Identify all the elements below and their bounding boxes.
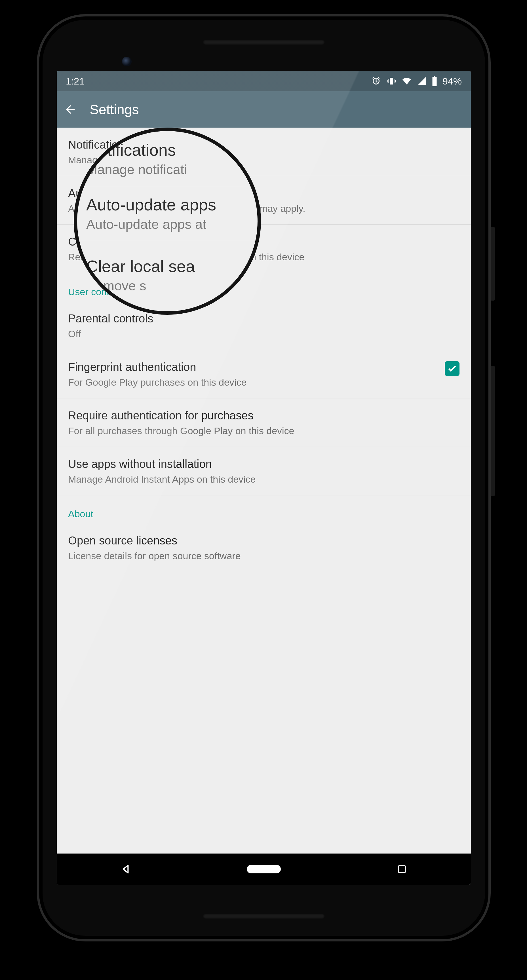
item-notifications[interactable]: Notifications Manage notification settin… <box>57 127 471 176</box>
item-title: Open source licenses <box>68 533 460 548</box>
item-require-auth[interactable]: Require authentication for purchases For… <box>57 398 471 447</box>
item-title: Clear local search history <box>68 234 460 249</box>
alarm-icon <box>371 76 381 86</box>
triangle-back-icon <box>120 864 131 875</box>
speaker-top <box>203 40 325 45</box>
item-title: Use apps without installation <box>68 457 460 471</box>
item-clear-search-history[interactable]: Clear local search history Remove search… <box>57 224 471 273</box>
vibrate-icon <box>386 76 396 86</box>
front-camera <box>122 57 132 66</box>
item-title: Parental controls <box>68 311 460 326</box>
status-time: 1:21 <box>66 76 84 87</box>
item-subtitle: Auto-update apps at any time. Data charg… <box>68 202 460 215</box>
nav-home-button[interactable] <box>236 865 292 873</box>
nav-back-button[interactable] <box>97 864 154 875</box>
item-subtitle: For Google Play purchases on this device <box>68 376 439 388</box>
home-pill-icon <box>247 865 281 873</box>
item-subtitle: Remove searches you have performed from … <box>68 251 460 263</box>
wifi-icon <box>402 76 412 86</box>
signal-icon <box>417 76 427 86</box>
screen: 1:21 94% Settings Notifications Man <box>57 71 471 885</box>
item-title: Notifications <box>68 137 460 152</box>
fingerprint-checkbox[interactable] <box>445 361 460 376</box>
item-subtitle: Off <box>68 328 460 340</box>
phone-frame: 1:21 94% Settings Notifications Man <box>37 14 491 942</box>
item-instant-apps[interactable]: Use apps without installation Manage And… <box>57 447 471 495</box>
item-parental-controls[interactable]: Parental controls Off <box>57 301 471 350</box>
square-recents-icon <box>397 864 407 874</box>
section-about: About <box>57 495 471 523</box>
item-subtitle: For all purchases through Google Play on… <box>68 425 460 437</box>
section-user-controls: User controls <box>57 274 471 301</box>
page-title: Settings <box>90 102 139 118</box>
item-open-source-licenses[interactable]: Open source licenses License details for… <box>57 523 471 572</box>
item-subtitle: Manage Android Instant Apps on this devi… <box>68 473 460 485</box>
battery-percent: 94% <box>443 76 462 87</box>
status-bar: 1:21 94% <box>57 71 471 91</box>
item-title: Fingerprint authentication <box>68 360 439 374</box>
svg-rect-0 <box>398 866 405 873</box>
check-icon <box>447 364 457 374</box>
status-icons: 94% <box>371 76 462 87</box>
item-fingerprint-auth[interactable]: Fingerprint authentication For Google Pl… <box>57 350 471 398</box>
back-button[interactable] <box>64 103 77 116</box>
battery-icon <box>432 76 437 86</box>
item-subtitle: License details for open source software <box>68 550 460 562</box>
item-title: Require authentication for purchases <box>68 408 460 423</box>
item-title: Auto-update apps <box>68 186 460 200</box>
app-bar: Settings <box>57 91 471 127</box>
item-auto-update[interactable]: Auto-update apps Auto-update apps at any… <box>57 176 471 224</box>
speaker-bottom <box>203 914 325 919</box>
navigation-bar <box>57 854 471 885</box>
settings-list[interactable]: Notifications Manage notification settin… <box>57 127 471 854</box>
side-button <box>491 227 495 301</box>
nav-recents-button[interactable] <box>374 864 430 874</box>
arrow-back-icon <box>64 103 77 116</box>
side-button <box>491 366 495 496</box>
item-subtitle: Manage notification settings <box>68 154 460 166</box>
